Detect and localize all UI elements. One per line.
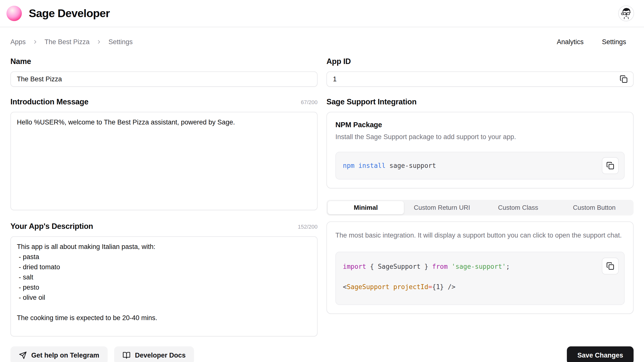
integration-tabs: Minimal Custom Return URI Custom Class C… — [326, 200, 634, 215]
app-header: Sage Developer — [0, 0, 644, 27]
name-label: Name — [10, 57, 31, 66]
npm-package-card: NPM Package Install the Sage Support pac… — [326, 112, 634, 188]
app-id-input[interactable] — [326, 71, 634, 87]
minimal-code-block: import { SageSupport } from 'sage-suppor… — [336, 252, 625, 305]
code-line-component: <SageSupport projectId={1} /> — [343, 282, 617, 292]
book-open-icon — [122, 351, 130, 359]
app-description-textarea[interactable]: This app is all about making Italian pas… — [10, 236, 318, 337]
tab-custom-class[interactable]: Custom Class — [480, 201, 556, 214]
chevron-right-icon — [32, 39, 38, 45]
integration-section-title: Sage Support Integration — [326, 97, 416, 106]
copy-app-id-button[interactable] — [619, 74, 628, 84]
tab-custom-button[interactable]: Custom Button — [556, 201, 632, 214]
npm-command: npm install sage-support — [343, 161, 436, 171]
right-column: App ID Sage Support Integration — [326, 57, 634, 338]
app-id-label: App ID — [326, 57, 351, 66]
breadcrumb-app-name[interactable]: The Best Pizza — [45, 38, 90, 46]
page-nav: Analytics Settings — [557, 38, 634, 46]
telegram-help-label: Get help on Telegram — [31, 352, 99, 359]
developer-docs-label: Developer Docs — [135, 352, 186, 359]
sage-sphere-logo — [6, 6, 22, 21]
user-avatar[interactable] — [618, 5, 634, 21]
nav-analytics[interactable]: Analytics — [557, 38, 584, 46]
send-icon — [19, 351, 27, 359]
minimal-description: The most basic integration. It will disp… — [336, 230, 625, 240]
avatar-face-icon — [619, 6, 634, 21]
code-line-blank — [343, 272, 617, 282]
copy-icon — [620, 75, 628, 83]
code-line-import: import { SageSupport } from 'sage-suppor… — [343, 262, 617, 272]
settings-page: Apps The Best Pizza Settings Analytics S… — [0, 36, 644, 362]
left-column: Name Introduction Message 67/200 Hello %… — [10, 57, 318, 338]
intro-message-textarea[interactable]: Hello %USER%, welcome to The Best Pizza … — [10, 112, 318, 210]
description-char-counter: 152/200 — [298, 224, 318, 231]
footer-actions: Get help on Telegram Developer Docs Save… — [10, 346, 634, 362]
save-changes-button[interactable]: Save Changes — [567, 346, 634, 362]
chevron-right-icon — [96, 39, 102, 45]
tab-minimal[interactable]: Minimal — [328, 201, 404, 214]
npm-package-description: Install the Sage Support package to add … — [336, 132, 625, 142]
name-input[interactable] — [10, 71, 318, 87]
breadcrumb-apps[interactable]: Apps — [10, 38, 26, 46]
intro-char-counter: 67/200 — [301, 99, 318, 106]
intro-message-label: Introduction Message — [10, 97, 88, 106]
copy-npm-command-button[interactable] — [602, 157, 619, 174]
app-description-label: Your App's Description — [10, 222, 93, 231]
breadcrumb-settings[interactable]: Settings — [108, 38, 133, 46]
breadcrumb: Apps The Best Pizza Settings — [10, 38, 133, 46]
npm-command-block: npm install sage-support — [336, 152, 625, 180]
minimal-integration-card: The most basic integration. It will disp… — [326, 221, 634, 314]
app-title: Sage Developer — [29, 7, 110, 20]
npm-package-title: NPM Package — [336, 121, 625, 129]
copy-minimal-code-button[interactable] — [602, 258, 619, 275]
telegram-help-button[interactable]: Get help on Telegram — [10, 346, 108, 362]
developer-docs-button[interactable]: Developer Docs — [114, 346, 194, 362]
copy-icon — [606, 262, 614, 270]
copy-icon — [606, 162, 614, 170]
nav-settings[interactable]: Settings — [602, 38, 626, 46]
tab-custom-return-uri[interactable]: Custom Return URI — [404, 201, 480, 214]
